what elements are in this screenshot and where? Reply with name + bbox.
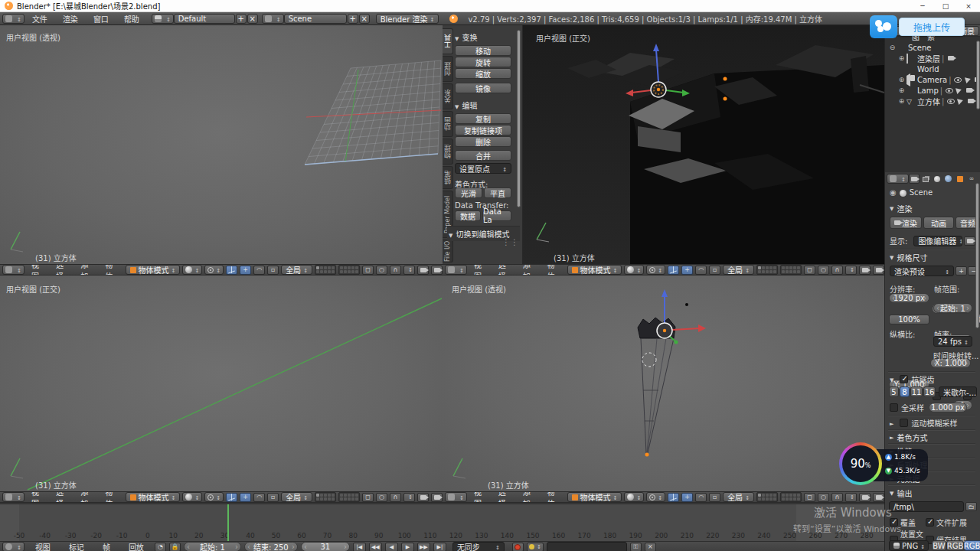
- viewport-menu-view[interactable]: 视图: [469, 491, 492, 503]
- layer-cell[interactable]: [316, 270, 319, 273]
- manipulator-toggle[interactable]: [226, 493, 237, 502]
- layer-cell[interactable]: [773, 494, 776, 497]
- tab-constraints[interactable]: ∞: [966, 174, 977, 184]
- scene-lock-icon[interactable]: ◻: [362, 493, 374, 502]
- hide-icon[interactable]: [946, 99, 956, 104]
- expand-toggle[interactable]: ⊕: [897, 76, 906, 83]
- layers-widget-a[interactable]: [315, 265, 336, 275]
- layer-cell[interactable]: [328, 270, 331, 273]
- layer-cell[interactable]: [348, 494, 351, 497]
- manipulator-scale-icon[interactable]: ▫: [709, 266, 720, 275]
- layer-cell[interactable]: [348, 266, 351, 269]
- layer-cell[interactable]: [786, 494, 789, 497]
- layer-cell[interactable]: [320, 497, 323, 500]
- render-animation-icon[interactable]: [431, 266, 443, 275]
- screen-layout-icon[interactable]: [152, 14, 174, 24]
- expand-toggle[interactable]: ⊕: [897, 54, 906, 62]
- start-frame-field[interactable]: 起始: 1: [184, 542, 241, 551]
- viewport-menu-object[interactable]: 物体: [543, 491, 565, 503]
- render-animation-icon[interactable]: [431, 493, 443, 502]
- tab-object-properties[interactable]: [955, 174, 965, 184]
- snap-element-dropdown[interactable]: [403, 493, 415, 502]
- render-still-icon[interactable]: [859, 266, 871, 275]
- renderable-icon[interactable]: [965, 99, 975, 103]
- panel-antialiasing-header[interactable]: [890, 375, 897, 383]
- previous-keyframe-button[interactable]: ◀◀: [369, 543, 382, 551]
- viewport-menu-view[interactable]: 视图: [469, 264, 492, 276]
- layer-cell[interactable]: [782, 266, 785, 269]
- viewport-menu-add[interactable]: 添加: [76, 264, 98, 276]
- layer-cell[interactable]: [766, 270, 769, 273]
- shade-smooth-button[interactable]: 光滑: [455, 187, 482, 198]
- tab-render-properties[interactable]: [909, 174, 920, 184]
- render-still-icon[interactable]: [417, 493, 429, 502]
- layer-cell[interactable]: [758, 494, 761, 497]
- render-button[interactable]: 渲染: [890, 217, 922, 229]
- proportional-edit-icon[interactable]: ○: [376, 493, 387, 502]
- timeline-menu-playback[interactable]: 回放: [121, 541, 152, 551]
- snap-magnet-icon[interactable]: ∩: [831, 266, 843, 275]
- snap-magnet-icon[interactable]: ∩: [390, 493, 401, 502]
- play-button[interactable]: ▶: [401, 543, 414, 551]
- toolshelf-tab-relations[interactable]: 关系: [443, 83, 453, 109]
- editor-type-button[interactable]: [445, 492, 467, 502]
- timeline-menu-marker[interactable]: 标记: [61, 541, 92, 551]
- viewport-shading-dropdown[interactable]: [624, 492, 644, 502]
- rotate-button[interactable]: 旋转: [455, 57, 511, 67]
- resolution-x-field[interactable]: 1920 px: [889, 293, 929, 303]
- layer-cell[interactable]: [351, 494, 354, 497]
- tab-render-layers[interactable]: [920, 174, 931, 184]
- layer-cell[interactable]: [793, 270, 796, 273]
- pivot-center-dropdown[interactable]: [646, 265, 665, 275]
- layer-cell[interactable]: [332, 270, 335, 273]
- transform-orientation-dropdown[interactable]: 全局: [281, 492, 312, 502]
- layer-cell[interactable]: [320, 266, 323, 269]
- proportional-edit-icon[interactable]: ○: [818, 493, 829, 502]
- layer-cell[interactable]: [344, 497, 347, 500]
- selectable-icon[interactable]: [954, 87, 964, 93]
- layer-cell[interactable]: [786, 497, 789, 500]
- add-preset-button[interactable]: +: [956, 266, 967, 276]
- proportional-edit-icon[interactable]: ○: [376, 266, 387, 275]
- layer-cell[interactable]: [773, 266, 776, 269]
- overwrite-checkbox[interactable]: [890, 518, 898, 527]
- panel-edit-header[interactable]: 编辑: [455, 99, 511, 111]
- panel-motion-blur-header[interactable]: [890, 419, 897, 427]
- manipulator-rotate-icon[interactable]: ◠: [253, 266, 265, 275]
- layer-cell[interactable]: [320, 494, 323, 497]
- panel-dimensions-header[interactable]: 规格尺寸: [890, 252, 927, 263]
- snap-element-dropdown[interactable]: [845, 266, 857, 275]
- viewport-menu-object[interactable]: 物体: [100, 491, 122, 503]
- layer-cell[interactable]: [316, 497, 319, 500]
- mode-dropdown[interactable]: 物体模式: [126, 265, 181, 275]
- layer-cell[interactable]: [344, 266, 347, 269]
- layer-cell[interactable]: [758, 266, 761, 269]
- layer-cell[interactable]: [355, 266, 358, 269]
- add-layout-button[interactable]: +: [236, 14, 247, 24]
- layer-cell[interactable]: [355, 270, 358, 273]
- performance-ring[interactable]: 90%: [839, 442, 882, 485]
- proportional-edit-icon[interactable]: ○: [818, 266, 829, 275]
- toolshelf-scrollbar[interactable]: [517, 30, 521, 207]
- shade-flat-button[interactable]: 平直: [484, 187, 511, 198]
- menu-window[interactable]: 窗口: [86, 13, 116, 24]
- layer-cell[interactable]: [769, 497, 773, 500]
- render-engine-dropdown[interactable]: Blender 渲染: [376, 14, 439, 24]
- viewport-menu-select[interactable]: 选择: [494, 491, 516, 503]
- expand-toggle[interactable]: ⊕: [897, 86, 906, 94]
- network-gauge-overlay[interactable]: 90% ▲ 1.8K/s ▼ 45.3K/s: [839, 442, 929, 488]
- layer-cell[interactable]: [769, 266, 773, 269]
- panel-output-header[interactable]: 输出: [890, 487, 912, 499]
- panel-shading-header[interactable]: 着色方式: [890, 432, 927, 443]
- layer-cell[interactable]: [789, 497, 792, 500]
- scene-browse-icon[interactable]: [262, 14, 284, 24]
- active-keying-set-field[interactable]: [547, 542, 627, 551]
- render-still-icon[interactable]: [859, 493, 871, 502]
- layer-cell[interactable]: [324, 270, 327, 273]
- file-format-dropdown[interactable]: PNG: [889, 540, 929, 551]
- manipulator-translate-icon[interactable]: +: [240, 493, 251, 502]
- scene-lock-icon[interactable]: ◻: [362, 266, 374, 275]
- menu-file[interactable]: 文件: [24, 13, 55, 24]
- mode-dropdown[interactable]: 物体模式: [567, 265, 622, 275]
- render-animation-icon[interactable]: [873, 266, 884, 275]
